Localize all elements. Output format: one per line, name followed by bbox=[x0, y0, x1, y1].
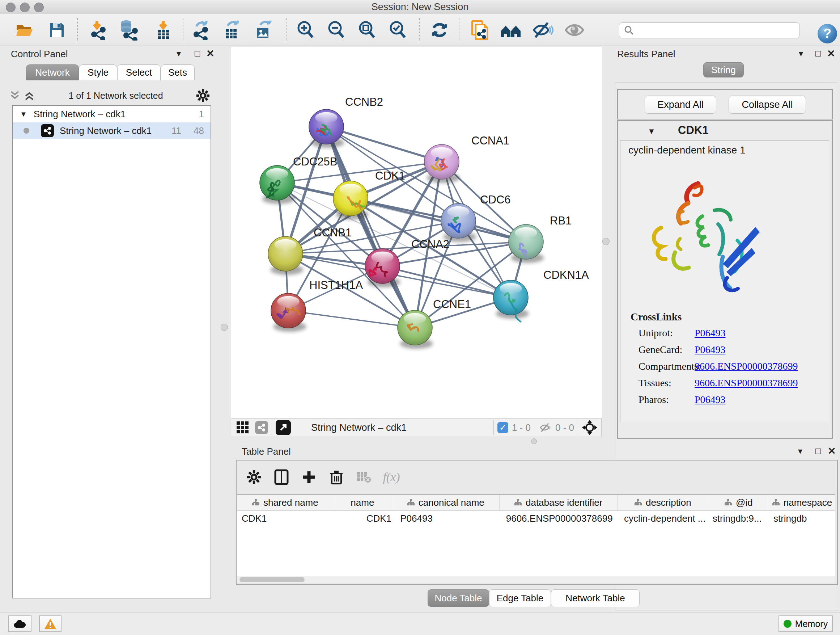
cell-description[interactable]: cyclin-dependent ... bbox=[617, 511, 708, 526]
network-canvas[interactable]: CCNB2CCNA1CDC25BCDK1CDC6RB1CCNB1CCNA2CDK… bbox=[231, 47, 602, 418]
create-column-button[interactable] bbox=[298, 466, 320, 488]
panel-float-icon[interactable]: □ bbox=[815, 48, 821, 59]
import-table-button[interactable] bbox=[152, 19, 175, 41]
open-session-button[interactable] bbox=[13, 19, 36, 41]
zoom-in-button[interactable] bbox=[294, 19, 317, 41]
import-database-button[interactable] bbox=[117, 19, 141, 41]
tab-style[interactable]: Style bbox=[79, 65, 117, 80]
collapse-all-button[interactable]: Collapse All bbox=[729, 96, 806, 114]
left-splitter-handle[interactable] bbox=[221, 324, 228, 331]
crosslink-link[interactable]: P06493 bbox=[695, 327, 726, 339]
grid-view-icon[interactable] bbox=[235, 420, 250, 435]
show-columns-button[interactable] bbox=[271, 466, 292, 488]
cell-database-identifier[interactable]: 9606.ENSP00000378699 bbox=[500, 511, 617, 526]
zoom-selected-button[interactable] bbox=[386, 19, 409, 41]
cell-namespace[interactable]: stringdb bbox=[769, 511, 835, 526]
help-button[interactable]: ? bbox=[818, 24, 837, 43]
gear-icon[interactable] bbox=[196, 89, 210, 103]
node-label-RB1: RB1 bbox=[550, 214, 572, 227]
selected-checkbox[interactable]: ✓ bbox=[497, 422, 508, 433]
apply-layout-button[interactable] bbox=[428, 19, 451, 41]
hide-selected-button[interactable] bbox=[531, 19, 554, 41]
panel-float-icon[interactable]: □ bbox=[195, 48, 200, 59]
function-builder-button[interactable]: f(x) bbox=[381, 466, 402, 488]
panel-menu-caret-icon[interactable]: ▾ bbox=[177, 49, 181, 59]
search-input[interactable] bbox=[635, 25, 799, 36]
clone-network-button[interactable] bbox=[468, 19, 491, 41]
column-header[interactable]: shared name bbox=[237, 494, 333, 510]
table-settings-button[interactable] bbox=[243, 466, 265, 488]
cell-id[interactable]: stringdb:9... bbox=[708, 511, 769, 526]
main-toolbar: ? bbox=[0, 14, 840, 46]
column-header[interactable]: name bbox=[333, 494, 392, 510]
zoom-fit-button[interactable] bbox=[355, 19, 379, 41]
tab-network-table[interactable]: Network Table bbox=[551, 589, 639, 607]
footer-separator bbox=[493, 420, 494, 435]
panel-close-icon[interactable]: ✕ bbox=[827, 48, 835, 59]
table-row[interactable]: CDK1 CDK1 P06493 9606.ENSP00000378699 cy… bbox=[237, 511, 835, 526]
crosslink-link[interactable]: 9606.ENSP00000378699 bbox=[695, 361, 798, 372]
panel-float-icon[interactable]: □ bbox=[815, 446, 821, 456]
network-node-CCNE1[interactable]: CCNE1 bbox=[398, 298, 471, 349]
warnings-button[interactable] bbox=[39, 616, 62, 632]
export-image-button[interactable] bbox=[252, 19, 275, 41]
card-collapse-caret-icon[interactable]: ▼ bbox=[647, 127, 655, 136]
column-header[interactable]: @id bbox=[708, 494, 769, 510]
detach-view-button[interactable] bbox=[276, 420, 291, 435]
export-network-button[interactable] bbox=[189, 19, 212, 41]
network-node-RB1[interactable]: RB1 bbox=[508, 214, 572, 263]
column-header[interactable]: canonical name bbox=[392, 494, 500, 510]
footer-separator bbox=[578, 420, 578, 435]
column-header[interactable]: description bbox=[617, 494, 708, 510]
collapse-all-icon[interactable] bbox=[9, 90, 21, 101]
network-row[interactable]: String Network – cdk1 11 48 bbox=[13, 122, 210, 139]
save-session-button[interactable] bbox=[45, 19, 68, 41]
network-node-CCNA1[interactable]: CCNA1 bbox=[424, 134, 509, 183]
right-splitter-handle[interactable] bbox=[602, 238, 609, 245]
crosslink-link[interactable]: 9606.ENSP00000378699 bbox=[695, 377, 798, 389]
bottom-splitter-handle[interactable] bbox=[531, 439, 537, 444]
crosslink-link[interactable]: P06493 bbox=[695, 344, 726, 356]
cell-shared-name[interactable]: CDK1 bbox=[237, 511, 333, 526]
cell-name[interactable]: CDK1 bbox=[333, 511, 393, 526]
import-network-button[interactable] bbox=[87, 19, 110, 41]
delete-column-button[interactable] bbox=[325, 466, 347, 488]
crosslink-link[interactable]: P06493 bbox=[695, 394, 726, 405]
column-header[interactable]: namespace bbox=[769, 494, 835, 510]
expand-all-button[interactable]: Expand All bbox=[645, 96, 716, 114]
network-collection-row[interactable]: ▼ String Network – cdk1 1 bbox=[13, 106, 210, 122]
cell-canonical-name[interactable]: P06493 bbox=[392, 511, 500, 526]
copy-documents-icon bbox=[469, 19, 490, 41]
cloud-button[interactable] bbox=[8, 616, 32, 632]
panel-menu-caret-icon[interactable]: ▾ bbox=[798, 446, 802, 456]
column-header[interactable]: database identifier bbox=[500, 494, 617, 510]
tab-edge-table[interactable]: Edge Table bbox=[489, 589, 551, 607]
expand-all-icon[interactable] bbox=[23, 90, 35, 101]
tab-string[interactable]: String bbox=[703, 62, 744, 78]
tab-node-table[interactable]: Node Table bbox=[428, 589, 489, 607]
panel-menu-caret-icon[interactable]: ▾ bbox=[799, 49, 803, 59]
tab-network[interactable]: Network bbox=[26, 65, 79, 80]
tab-sets[interactable]: Sets bbox=[161, 65, 195, 80]
import-database-icon bbox=[118, 19, 139, 41]
export-table-button[interactable] bbox=[220, 19, 243, 41]
table-horizontal-scrollbar[interactable] bbox=[237, 576, 835, 583]
network-graph[interactable]: CCNB2CCNA1CDC25BCDK1CDC6RB1CCNB1CCNA2CDK… bbox=[231, 47, 602, 418]
zoom-out-button[interactable] bbox=[325, 19, 348, 41]
panel-close-icon[interactable]: ✕ bbox=[206, 48, 215, 59]
control-panel-tabs: Network Style Select Sets bbox=[26, 65, 195, 80]
control-panel: Control Panel ▾ □ ✕ Network Style Select… bbox=[0, 47, 221, 612]
show-hidden-button[interactable] bbox=[563, 19, 586, 41]
show-all-networks-button[interactable] bbox=[499, 19, 523, 41]
delete-table-button[interactable] bbox=[353, 466, 375, 488]
table-header-row: shared name name canonical name database… bbox=[237, 494, 835, 511]
network-node-HIST1H1A[interactable]: HIST1H1A bbox=[271, 279, 363, 332]
network-node-CDKN1A[interactable]: CDKN1A bbox=[493, 269, 589, 321]
tab-select[interactable]: Select bbox=[117, 65, 161, 80]
fit-content-crosshair-icon[interactable] bbox=[582, 420, 598, 435]
tree-caret-icon[interactable]: ▼ bbox=[20, 110, 27, 119]
birdseye-view-icon[interactable] bbox=[255, 421, 268, 434]
scrollbar-thumb[interactable] bbox=[240, 577, 305, 582]
panel-close-icon[interactable]: ✕ bbox=[828, 445, 836, 457]
memory-button[interactable]: Memory bbox=[778, 616, 833, 632]
